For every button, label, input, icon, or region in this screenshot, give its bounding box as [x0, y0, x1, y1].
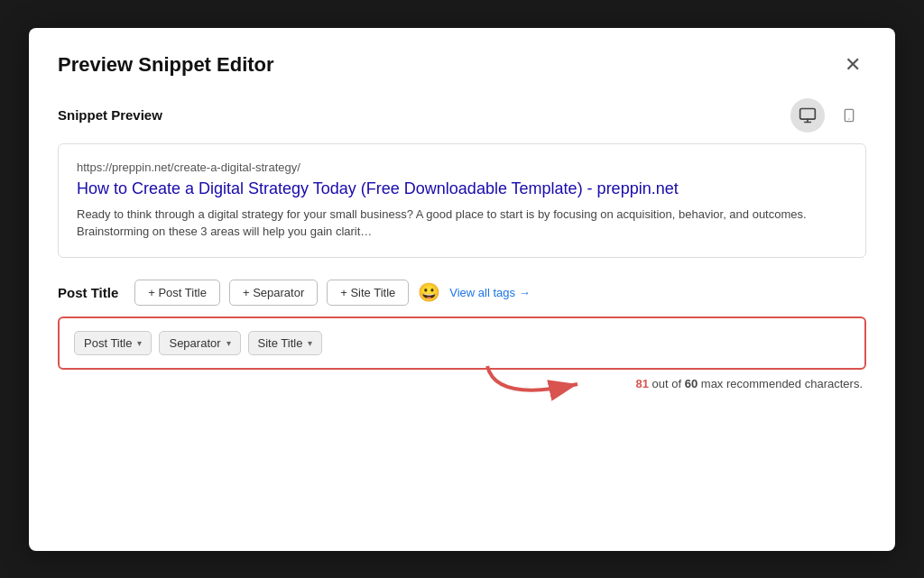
site-title-pill[interactable]: Site Title ▾: [248, 331, 323, 355]
snippet-preview-box: https://preppin.net/create-a-digital-str…: [58, 143, 866, 258]
modal-title: Preview Snippet Editor: [58, 53, 274, 77]
site-title-chevron-icon: ▾: [308, 338, 312, 348]
post-title-pill-label: Post Title: [84, 336, 132, 350]
post-title-label: Post Title: [58, 285, 118, 300]
mobile-icon: [842, 106, 856, 124]
snippet-preview-section: Snippet Preview https://p: [58, 98, 866, 258]
modal: Preview Snippet Editor ✕ Snippet Preview: [29, 28, 895, 551]
add-site-title-button[interactable]: + Site Title: [327, 280, 409, 306]
warning-arrow-icon: [478, 357, 587, 406]
post-title-chevron-icon: ▾: [137, 338, 142, 348]
desktop-icon: [799, 106, 817, 124]
snippet-title: How to Create a Digital Strategy Today (…: [77, 178, 847, 200]
separator-chevron-icon: ▾: [226, 338, 231, 348]
post-title-pill[interactable]: Post Title ▾: [74, 331, 152, 355]
char-count-display: 81 out of 60 max recommended characters.: [636, 377, 863, 390]
char-count-suffix: out of: [649, 377, 685, 390]
mobile-view-button[interactable]: [832, 98, 866, 133]
post-title-row: Post Title + Post Title + Separator + Si…: [58, 280, 866, 306]
snippet-preview-header: Snippet Preview: [58, 98, 866, 133]
post-title-editor[interactable]: Post Title ▾ Separator ▾ Site Title ▾: [58, 317, 866, 370]
desktop-view-button[interactable]: [790, 98, 825, 133]
emoji-picker-icon[interactable]: 😀: [418, 281, 440, 303]
separator-pill[interactable]: Separator ▾: [159, 331, 240, 355]
char-count-max: 60: [685, 377, 698, 390]
snippet-description: Ready to think through a digital strateg…: [77, 206, 847, 241]
close-button[interactable]: ✕: [839, 53, 866, 77]
separator-pill-label: Separator: [169, 336, 220, 350]
post-title-section: Post Title + Post Title + Separator + Si…: [58, 280, 866, 390]
char-count-current: 81: [636, 377, 649, 390]
add-post-title-button[interactable]: + Post Title: [134, 280, 220, 306]
char-count-label: max recommended characters.: [698, 377, 863, 390]
snippet-preview-label: Snippet Preview: [58, 107, 162, 123]
svg-rect-3: [845, 109, 853, 121]
site-title-pill-label: Site Title: [258, 336, 303, 350]
add-separator-button[interactable]: + Separator: [229, 280, 318, 306]
snippet-url: https://preppin.net/create-a-digital-str…: [77, 161, 847, 174]
svg-rect-0: [800, 108, 816, 119]
view-all-tags-link[interactable]: View all tags →: [449, 286, 530, 299]
modal-header: Preview Snippet Editor ✕: [58, 53, 866, 77]
device-icons: [790, 98, 866, 133]
